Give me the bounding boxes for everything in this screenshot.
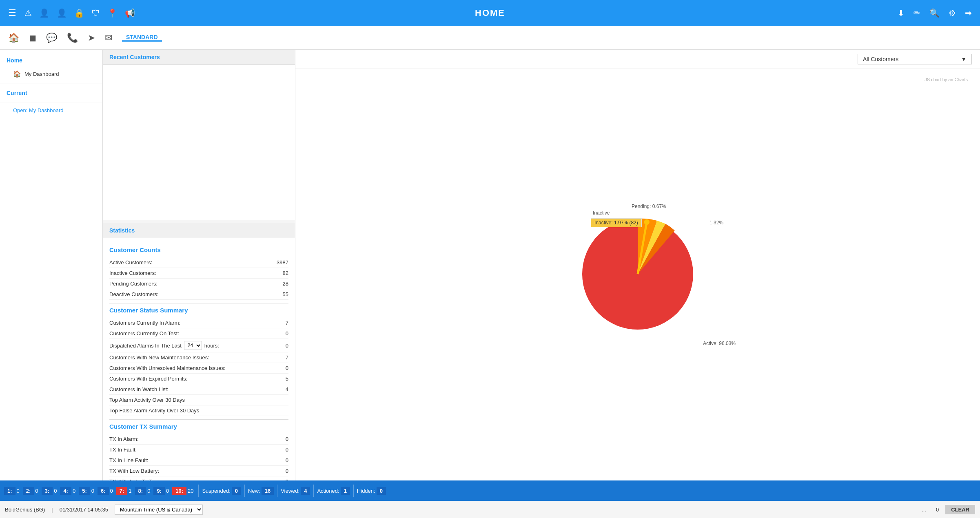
- on-test-value: 0: [286, 330, 288, 336]
- status-label-2[interactable]: 2:: [23, 487, 34, 495]
- app-label: BoldGenius (BG): [5, 507, 45, 513]
- status-value-4: 0: [73, 488, 75, 494]
- bottom-status-bar: 1: 0 2: 0 3: 0 4: 0 5: 0 6: 0 7: 1 8: 0 …: [0, 480, 980, 501]
- status-value-1: 0: [17, 488, 20, 494]
- sidebar-item-my-dashboard[interactable]: 🏠 My Dashboard: [0, 67, 102, 81]
- download-icon[interactable]: ⬇: [898, 8, 905, 18]
- active-customers-value: 3987: [277, 259, 288, 266]
- status-label-7[interactable]: 7:: [116, 487, 128, 495]
- pie-chart-svg: [568, 205, 707, 343]
- share-icon[interactable]: ⚙: [949, 8, 956, 18]
- status-label-6[interactable]: 6:: [98, 487, 109, 495]
- sidebar-divider-1: [0, 84, 102, 84]
- sidebar-open-dashboard[interactable]: Open: My Dashboard: [0, 105, 102, 116]
- all-customers-label: All Customers: [863, 56, 898, 62]
- lock-icon[interactable]: 🔒: [74, 8, 84, 18]
- watch-list-count-value: 4: [286, 386, 288, 392]
- in-alarm-value: 7: [286, 320, 288, 326]
- sidebar-divider-2: [0, 102, 102, 102]
- status-value-3: 0: [54, 488, 57, 494]
- status-label-5[interactable]: 5:: [79, 487, 90, 495]
- status-label-4[interactable]: 4:: [60, 487, 71, 495]
- stats-divider-2: [109, 419, 288, 420]
- status-item-3: 3: 0: [42, 487, 59, 495]
- user-icon[interactable]: 👤: [57, 8, 67, 18]
- new-maintenance-row: Customers With New Maintenance Issues: 7: [109, 352, 288, 363]
- status-label-8[interactable]: 8:: [135, 487, 146, 495]
- top-alarm-link[interactable]: Top Alarm Activity Over 30 Days: [109, 397, 185, 403]
- status-label-10[interactable]: 10:: [172, 487, 186, 495]
- viewed-label-text: Viewed:: [281, 488, 299, 494]
- in-alarm-row: Customers Currently In Alarm: 7: [109, 318, 288, 328]
- tx-alarm-label: TX In Alarm:: [109, 436, 139, 442]
- send-nav-icon[interactable]: ➤: [88, 33, 95, 43]
- exit-icon[interactable]: ➡: [965, 8, 972, 18]
- recent-customers-section: Recent Customers: [103, 50, 295, 220]
- watch-list-count-label: Customers In Watch List:: [109, 386, 169, 392]
- status-item-7: 7: 1: [116, 487, 133, 495]
- expired-permits-value: 5: [286, 376, 288, 382]
- top-nav-bar: ☰ ⚠ 👤 👤 🔒 🛡 📍 📢 HOME ⬇ ✏ 🔍 ⚙ ➡: [0, 0, 980, 26]
- new-item: New: 16: [248, 487, 274, 495]
- active-label: Active: 96.03%: [703, 341, 736, 346]
- expired-permits-label: Customers With Expired Permits:: [109, 376, 187, 382]
- chart-header-bar: All Customers ▼: [295, 50, 980, 69]
- unresolved-maintenance-label: Customers With Unresolved Maintenance Is…: [109, 365, 226, 371]
- phone-nav-icon[interactable]: 📞: [67, 33, 78, 43]
- status-divider-hidden: [353, 485, 354, 497]
- broadcast-icon[interactable]: 📢: [125, 8, 135, 18]
- active-customers-label: Active Customers:: [109, 259, 152, 266]
- tx-line-fault-label: TX In Line Fault:: [109, 457, 148, 463]
- new-value: 16: [262, 487, 274, 495]
- on-test-label: Customers Currently On Test:: [109, 330, 179, 336]
- pending-customers-value: 28: [283, 281, 288, 287]
- pie-needle-tip: [644, 219, 650, 225]
- status-value-8: 0: [147, 488, 150, 494]
- sidebar-current[interactable]: Current: [0, 86, 102, 100]
- unresolved-maintenance-row: Customers With Unresolved Maintenance Is…: [109, 363, 288, 374]
- hamburger-icon[interactable]: ☰: [8, 8, 16, 18]
- dispatched-hours-select[interactable]: 241248: [184, 341, 202, 350]
- deactive-label: 1.32%: [710, 220, 723, 226]
- shield-icon[interactable]: 🛡: [92, 9, 100, 18]
- dropdown-arrow-icon: ▼: [961, 56, 967, 62]
- secondary-nav: 🏠 ◼ 💬 📞 ➤ ✉ STANDARD: [0, 26, 980, 50]
- chart-credit: JS chart by amCharts: [925, 77, 968, 82]
- pending-customers-label: Pending Customers:: [109, 281, 157, 287]
- timezone-select[interactable]: Mountain Time (US & Canada) Eastern Time…: [115, 505, 203, 515]
- expired-permits-row: Customers With Expired Permits: 5: [109, 374, 288, 384]
- alert-icon[interactable]: ⚠: [24, 8, 32, 18]
- top-false-alarm-link-row[interactable]: Top False Alarm Activity Over 30 Days: [109, 405, 288, 416]
- tx-fault-value: 0: [286, 447, 288, 453]
- stats-divider-1: [109, 303, 288, 303]
- suspended-item: Suspended: 0: [202, 487, 241, 495]
- top-false-alarm-link[interactable]: Top False Alarm Activity Over 30 Days: [109, 407, 199, 414]
- new-maintenance-value: 7: [286, 354, 288, 361]
- tx-low-battery-row: TX With Low Battery: 0: [109, 466, 288, 476]
- location-icon[interactable]: 📍: [107, 8, 118, 18]
- chat-nav-icon[interactable]: 💬: [46, 33, 57, 43]
- page-title: HOME: [475, 8, 505, 18]
- status-label-1[interactable]: 1:: [4, 487, 16, 495]
- search-icon[interactable]: 🔍: [929, 8, 940, 18]
- mail-nav-icon[interactable]: ✉: [105, 33, 112, 43]
- grid-nav-icon[interactable]: ◼: [29, 33, 36, 43]
- dispatched-value: 0: [286, 343, 288, 349]
- user-add-icon[interactable]: 👤: [39, 8, 49, 18]
- actioned-item: Actioned: 1: [317, 487, 350, 495]
- edit-icon[interactable]: ✏: [913, 8, 920, 18]
- actioned-value: 1: [341, 487, 350, 495]
- status-label-9[interactable]: 9:: [153, 487, 165, 495]
- pie-chart-container: Pending: 0.67% Inactive 1.32% Active: 96…: [536, 182, 740, 366]
- new-label-text: New:: [248, 488, 260, 494]
- top-alarm-link-row[interactable]: Top Alarm Activity Over 30 Days: [109, 395, 288, 405]
- main-content: All Customers ▼ JS chart by amCharts: [295, 50, 980, 480]
- inactive-customers-row: Inactive Customers: 82: [109, 268, 288, 279]
- home-nav-icon[interactable]: 🏠: [8, 33, 19, 43]
- status-value-10: 20: [188, 488, 193, 494]
- sidebar-home[interactable]: Home: [0, 54, 102, 67]
- all-customers-dropdown[interactable]: All Customers ▼: [858, 54, 972, 64]
- clear-button[interactable]: CLEAR: [945, 505, 975, 514]
- tab-standard[interactable]: STANDARD: [122, 34, 162, 42]
- status-label-3[interactable]: 3:: [42, 487, 53, 495]
